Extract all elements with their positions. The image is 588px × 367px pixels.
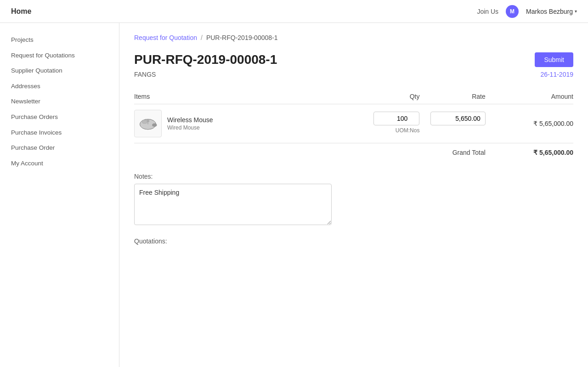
user-avatar: M (506, 5, 519, 18)
col-amount: Amount (486, 89, 573, 104)
sidebar-item-purchase-order[interactable]: Purchase Order (0, 140, 119, 156)
notes-textarea[interactable] (134, 184, 332, 225)
sidebar: Projects Request for Quotations Supplier… (0, 23, 119, 367)
amount-cell: ₹ 5,65,000.00 (486, 104, 573, 143)
rate-cell (419, 104, 485, 143)
sidebar-item-purchase-orders[interactable]: Purchase Orders (0, 109, 119, 125)
quotations-section: Quotations: (134, 237, 573, 245)
sidebar-item-request-for-quotations[interactable]: Request for Quotations (0, 48, 119, 63)
quotations-label: Quotations: (134, 237, 573, 245)
main-content: Request for Quotation / PUR-RFQ-2019-000… (119, 23, 588, 367)
product-info: Wireless Mouse Wired Mouse (167, 116, 213, 131)
col-qty: Qty (354, 89, 419, 104)
qty-input[interactable] (373, 112, 419, 125)
sidebar-item-my-account[interactable]: My Account (0, 156, 119, 171)
breadcrumb: Request for Quotation / PUR-RFQ-2019-000… (134, 34, 573, 41)
breadcrumb-separator: / (201, 34, 203, 41)
uom-label: UOM:Nos (354, 127, 419, 134)
product-image (134, 110, 162, 137)
col-rate: Rate (419, 89, 485, 104)
sidebar-item-purchase-invoices[interactable]: Purchase Invoices (0, 125, 119, 141)
join-us-link[interactable]: Join Us (477, 8, 498, 15)
layout: Projects Request for Quotations Supplier… (0, 23, 588, 367)
user-name[interactable]: Markos Bezburg ▾ (526, 8, 577, 15)
mouse-icon (137, 115, 159, 132)
qty-cell: UOM:Nos (354, 104, 419, 143)
sidebar-item-projects[interactable]: Projects (0, 32, 119, 48)
product-name: Wireless Mouse (167, 116, 213, 124)
grand-total-value: ₹ 5,65,000.00 (486, 143, 573, 162)
doc-date: 26-11-2019 (540, 71, 573, 78)
page-header: PUR-RFQ-2019-00008-1 Submit (134, 52, 573, 67)
notes-label: Notes: (134, 173, 573, 180)
product-cell: Wireless Mouse Wired Mouse (134, 104, 354, 143)
sidebar-item-supplier-quotation[interactable]: Supplier Quotation (0, 63, 119, 79)
breadcrumb-current: PUR-RFQ-2019-00008-1 (206, 34, 278, 41)
grand-total-label: Grand Total (419, 143, 485, 162)
home-title: Home (11, 7, 31, 16)
header: Home Join Us M Markos Bezburg ▾ (0, 0, 588, 23)
rate-input[interactable] (430, 112, 486, 125)
submit-button[interactable]: Submit (535, 52, 573, 67)
notes-section: Notes: (134, 173, 573, 226)
col-items: Items (134, 89, 354, 104)
breadcrumb-link[interactable]: Request for Quotation (134, 34, 197, 41)
grand-total-row: Grand Total ₹ 5,65,000.00 (134, 143, 573, 162)
header-left: Home (11, 7, 31, 16)
supplier-name: FANGS (134, 71, 156, 78)
svg-rect-4 (142, 120, 147, 124)
sidebar-item-addresses[interactable]: Addresses (0, 79, 119, 94)
product-variant: Wired Mouse (167, 124, 213, 131)
svg-point-5 (153, 124, 157, 126)
header-right: Join Us M Markos Bezburg ▾ (477, 5, 577, 18)
table-row: Wireless Mouse Wired Mouse UOM:Nos ₹ 5,6… (134, 104, 573, 143)
doc-meta: FANGS 26-11-2019 (134, 71, 573, 78)
page-title: PUR-RFQ-2019-00008-1 (134, 52, 277, 67)
chevron-down-icon: ▾ (575, 9, 577, 14)
sidebar-item-newsletter[interactable]: Newsletter (0, 94, 119, 109)
items-table: Items Qty Rate Amount (134, 89, 573, 162)
